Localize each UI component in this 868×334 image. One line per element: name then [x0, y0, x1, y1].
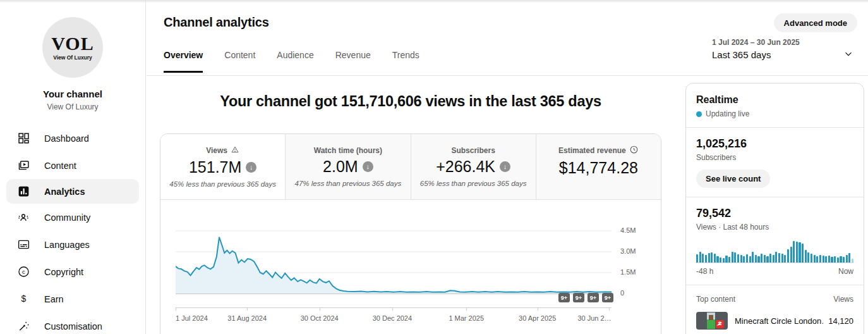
grouped-events-badge[interactable]: 9+ [573, 293, 584, 302]
realtime-bar [764, 255, 766, 263]
realtime-bar [746, 254, 748, 263]
realtime-bar [769, 254, 771, 263]
views-chart: 01.5M3.0M4.5M 9+9+9+9+ 1 Jul 202431 Aug … [160, 200, 661, 334]
x-tick-mark [176, 308, 176, 311]
realtime-bar [784, 255, 786, 263]
svg-text:c: c [22, 268, 25, 275]
date-range-text: 1 Jul 2024 – 30 Jun 2025 [712, 38, 857, 47]
sidebar-item-label: Analytics [44, 187, 85, 197]
trend-down-icon: ↓ [363, 161, 373, 172]
sidebar-item-label: Copyright [44, 267, 83, 277]
realtime-bar [757, 256, 759, 263]
realtime-bar [846, 255, 848, 263]
channel-avatar[interactable]: VOL View Of Luxury [42, 17, 103, 78]
metric-card-estimated-revenue[interactable]: Estimated revenue$14,774.28 [536, 134, 661, 199]
sidebar-item-copyright[interactable]: cCopyright [0, 258, 145, 285]
avatar-monogram: VOL [51, 34, 93, 53]
metric-label-text: Watch time (hours) [314, 146, 382, 155]
tab-revenue[interactable]: Revenue [335, 50, 371, 75]
date-range-preset: Last 365 days [712, 49, 857, 60]
metric-card-views[interactable]: Views151.7M↓45% less than previous 365 d… [160, 134, 285, 199]
realtime-bar [793, 241, 795, 263]
realtime-status: Updating live [696, 109, 853, 118]
metric-card-watch-time-hours-[interactable]: Watch time (hours)2.0M↓47% less than pre… [285, 134, 410, 199]
metric-value: 2.0M↓ [323, 158, 373, 176]
realtime-bar [805, 250, 807, 263]
axis-right-label: Now [838, 267, 853, 276]
realtime-bar [725, 256, 727, 263]
realtime-bar [823, 256, 824, 263]
dashboard-icon [16, 132, 30, 145]
realtime-bar [828, 256, 830, 263]
sidebar-item-earn[interactable]: $Earn [0, 285, 145, 312]
realtime-bar [775, 252, 777, 263]
top-content-list: Minecraft Circle London…14,120Unboxed To… [696, 312, 853, 334]
sidebar-item-customisation[interactable]: Customisation [0, 312, 145, 334]
customisation-icon [16, 319, 30, 333]
top-content-row[interactable]: Minecraft Circle London…14,120 [696, 312, 853, 330]
metric-value-text: 151.7M [189, 158, 241, 176]
community-icon [16, 211, 30, 225]
metric-label: Watch time (hours) [314, 146, 382, 155]
metric-value-text: +266.4K [436, 158, 495, 176]
advanced-mode-button[interactable]: Advanced mode [774, 13, 857, 32]
sidebar-item-analytics[interactable]: Analytics [6, 179, 139, 204]
tab-overview[interactable]: Overview [164, 50, 203, 75]
sidebar: VOL View Of Luxury Your channel View Of … [0, 0, 146, 334]
date-range-picker[interactable]: 1 Jul 2024 – 30 Jun 2025 Last 365 days [712, 38, 857, 67]
realtime-bar [843, 257, 845, 263]
realtime-bar [787, 249, 789, 263]
see-live-count-button[interactable]: See live count [696, 170, 770, 188]
grouped-events-badge[interactable]: 9+ [558, 293, 570, 302]
realtime-bar [848, 253, 850, 263]
analytics-main: Your channel got 151,710,606 views in th… [160, 76, 661, 334]
sidebar-item-community[interactable]: Community [0, 204, 145, 231]
video-title: Minecraft Circle London… [735, 316, 823, 326]
grouped-events-badge[interactable]: 9+ [588, 293, 599, 302]
y-tick-label: 3.0M [620, 247, 636, 255]
metric-label: Estimated revenue [558, 145, 639, 156]
copyright-icon: c [16, 265, 30, 279]
x-tick-label: 30 Dec 2024 [373, 314, 412, 322]
metric-value: 151.7M↓ [189, 158, 256, 176]
x-tick-label: 1 Mar 2025 [449, 314, 484, 322]
grouped-events-badge[interactable]: 9+ [602, 293, 613, 302]
chart-card: Views151.7M↓45% less than previous 365 d… [160, 133, 661, 334]
views-headline: Your channel got 151,710,606 views in th… [160, 93, 661, 110]
realtime-bar [819, 255, 821, 263]
tab-audience[interactable]: Audience [277, 50, 313, 75]
realtime-bar [834, 256, 836, 263]
y-tick-label: 0 [620, 289, 624, 297]
x-tick-mark [538, 308, 538, 311]
sidebar-item-content[interactable]: Content [0, 152, 145, 179]
realtime-bar [705, 255, 707, 263]
sidebar-nav: DashboardContentAnalyticsCommunityLangua… [0, 125, 145, 334]
analytics-header: Channel analytics Advanced mode Overview… [147, 0, 868, 76]
x-axis: 1 Jul 202431 Aug 202430 Oct 202430 Dec 2… [176, 307, 612, 308]
clock-icon [629, 145, 639, 156]
metric-card-subscribers[interactable]: Subscribers+266.4K↓65% less than previou… [411, 134, 536, 199]
x-tick-mark [392, 308, 393, 311]
realtime-bar [802, 244, 804, 263]
metric-label-text: Views [206, 146, 227, 155]
realtime-bar [720, 257, 721, 263]
analytics-icon [16, 185, 30, 199]
sidebar-item-languages[interactable]: Languages [0, 231, 145, 258]
metric-value: $14,774.28 [559, 159, 638, 177]
realtime-bar [811, 254, 812, 263]
chevron-down-icon [843, 48, 854, 62]
tab-content[interactable]: Content [224, 50, 255, 75]
realtime-bar [728, 257, 730, 263]
sidebar-channel-name: View Of Luxury [0, 102, 145, 111]
x-tick-label: 31 Aug 2024 [227, 314, 267, 322]
realtime-bar [740, 255, 742, 263]
realtime-bar [755, 255, 757, 263]
sidebar-item-dashboard[interactable]: Dashboard [0, 125, 145, 152]
sidebar-item-label: Earn [44, 294, 64, 304]
realtime-bar [732, 252, 733, 263]
divider [686, 127, 864, 128]
metric-label-text: Subscribers [451, 146, 495, 155]
realtime-bar [831, 257, 833, 263]
tab-trends[interactable]: Trends [392, 50, 419, 75]
realtime-bar [773, 255, 775, 263]
